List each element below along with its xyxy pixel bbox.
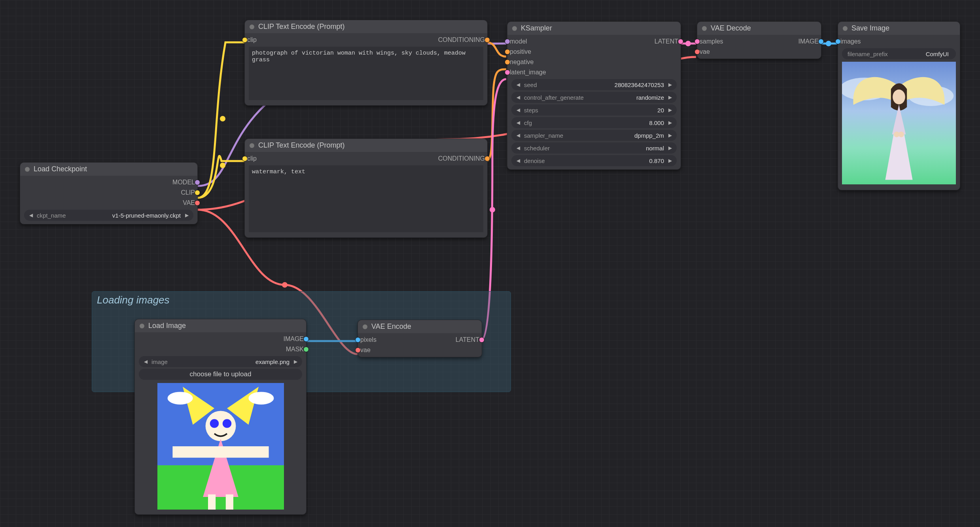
control-after-generate-widget[interactable]: ◀control_after_generaterandomize▶ <box>511 92 677 103</box>
port-image-out[interactable] <box>303 336 309 342</box>
collapse-icon[interactable] <box>702 26 707 31</box>
port-mask-out[interactable] <box>303 347 309 352</box>
svg-rect-13 <box>172 446 269 458</box>
svg-point-4 <box>685 41 691 46</box>
collapse-icon[interactable] <box>250 25 254 29</box>
svg-point-22 <box>899 132 904 137</box>
prompt-textarea[interactable] <box>249 165 483 232</box>
output-image-preview <box>842 62 956 184</box>
node-load-checkpoint[interactable]: Load Checkpoint MODEL CLIP VAE ◀ ckpt_na… <box>20 162 198 224</box>
node-title: Load Checkpoint <box>34 165 87 173</box>
port-negative-in[interactable] <box>505 59 510 65</box>
svg-point-5 <box>826 41 831 46</box>
port-vae-in[interactable] <box>694 49 700 55</box>
denoise-widget[interactable]: ◀denoise0.870▶ <box>511 155 677 166</box>
svg-point-3 <box>490 207 495 212</box>
svg-point-12 <box>222 419 231 428</box>
chevron-right-icon[interactable]: ▶ <box>293 359 298 364</box>
node-vae-encode[interactable]: VAE Encode pixels LATENT vae <box>358 320 482 357</box>
seed-widget[interactable]: ◀seed280823642470253▶ <box>511 79 677 90</box>
port-clip-in[interactable] <box>242 37 248 43</box>
svg-point-0 <box>220 116 225 121</box>
port-latent-out[interactable] <box>479 337 484 343</box>
port-model-in[interactable] <box>505 39 510 44</box>
collapse-icon[interactable] <box>140 324 144 328</box>
collapse-icon[interactable] <box>512 26 517 31</box>
svg-point-9 <box>248 392 274 404</box>
port-clip[interactable] <box>195 190 200 195</box>
image-preview <box>157 383 284 510</box>
svg-point-11 <box>210 419 218 428</box>
steps-widget[interactable]: ◀steps20▶ <box>511 104 677 116</box>
port-conditioning-out[interactable] <box>484 156 490 161</box>
node-ksampler[interactable]: KSampler model LATENT positive negative … <box>507 21 681 170</box>
filename-prefix-widget[interactable]: filename_prefix ComfyUI <box>842 48 956 59</box>
node-title: VAE Encode <box>371 322 411 331</box>
chevron-left-icon[interactable]: ◀ <box>143 359 148 364</box>
port-conditioning-out[interactable] <box>484 37 490 43</box>
svg-point-20 <box>893 89 905 104</box>
node-clip-positive[interactable]: CLIP Text Encode (Prompt) clip CONDITION… <box>244 20 488 106</box>
node-title: CLIP Text Encode (Prompt) <box>258 141 344 150</box>
node-title: VAE Decode <box>711 24 751 32</box>
node-save-image[interactable]: Save Image images filename_prefix ComfyU… <box>838 21 960 190</box>
node-title: CLIP Text Encode (Prompt) <box>258 23 344 31</box>
port-vae-in[interactable] <box>355 347 361 353</box>
prompt-textarea[interactable] <box>249 47 483 100</box>
node-clip-negative[interactable]: CLIP Text Encode (Prompt) clip CONDITION… <box>244 138 488 238</box>
collapse-icon[interactable] <box>25 167 30 172</box>
node-title: Load Image <box>148 322 186 330</box>
port-model[interactable] <box>195 180 200 185</box>
cfg-widget[interactable]: ◀cfg8.000▶ <box>511 117 677 128</box>
ckpt-name-widget[interactable]: ◀ ckpt_name v1-5-pruned-emaonly.ckpt ▶ <box>24 210 193 221</box>
svg-point-8 <box>167 392 193 404</box>
port-samples-in[interactable] <box>694 39 700 44</box>
node-title: KSampler <box>521 24 552 32</box>
node-load-image[interactable]: Load Image IMAGE MASK ◀ image example.pn… <box>134 319 306 515</box>
node-title: Save Image <box>851 24 889 32</box>
sampler-name-widget[interactable]: ◀sampler_namedpmpp_2m▶ <box>511 130 677 141</box>
output-model: MODEL <box>170 179 197 186</box>
svg-rect-14 <box>208 495 216 510</box>
port-images-in[interactable] <box>835 39 841 44</box>
port-clip-in[interactable] <box>242 156 248 161</box>
image-select-widget[interactable]: ◀ image example.png ▶ <box>139 356 302 367</box>
scheduler-widget[interactable]: ◀schedulernormal▶ <box>511 142 677 154</box>
choose-file-button[interactable]: choose file to upload <box>139 369 302 380</box>
port-vae[interactable] <box>195 200 200 206</box>
node-vae-decode[interactable]: VAE Decode samples IMAGE vae <box>697 21 821 59</box>
svg-point-2 <box>282 282 288 288</box>
collapse-icon[interactable] <box>363 324 367 329</box>
collapse-icon[interactable] <box>843 26 848 31</box>
port-pixels-in[interactable] <box>355 337 361 343</box>
svg-point-1 <box>220 163 225 168</box>
collapse-icon[interactable] <box>250 143 254 148</box>
chevron-left-icon[interactable]: ◀ <box>28 212 34 218</box>
port-positive-in[interactable] <box>505 49 510 55</box>
port-latent-out[interactable] <box>678 39 683 44</box>
svg-rect-15 <box>225 495 233 510</box>
port-image-out[interactable] <box>818 39 824 44</box>
port-latent-in[interactable] <box>505 70 510 75</box>
chevron-right-icon[interactable]: ▶ <box>184 212 189 218</box>
